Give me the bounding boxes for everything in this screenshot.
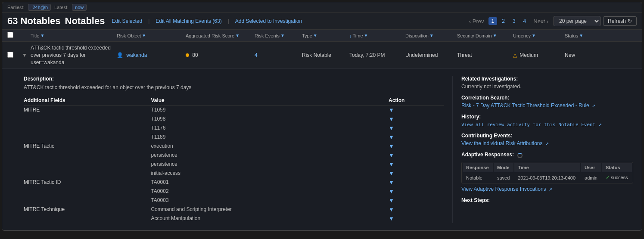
time-sort-icon: ▼ — [364, 33, 368, 38]
edit-all-link[interactable]: Edit All Matching Events (63) — [156, 18, 221, 24]
col-header-status[interactable]: Status ▼ — [565, 33, 599, 38]
page-1-button[interactable]: 1 — [488, 17, 498, 25]
action-dropdown[interactable]: ▼ — [389, 107, 394, 113]
row-urgency: △ Medium — [513, 52, 565, 58]
action-dropdown[interactable]: ▼ — [389, 125, 394, 131]
row-expand-cell[interactable]: ▼ — [19, 52, 31, 58]
ar-time: 2021-09-03T19:20:13-0400 — [514, 173, 580, 182]
correlation-search-section: Correlation Search: Risk - 7 Day ATT&CK … — [461, 95, 633, 109]
latest-value[interactable]: now — [72, 4, 87, 11]
col-header-agg-risk[interactable]: Aggregated Risk Score ▼ — [186, 33, 255, 38]
action-dropdown[interactable]: ▼ — [389, 206, 394, 213]
invocations-ext-icon: ➚ — [549, 187, 552, 192]
pagination: ‹ Prev 1 2 3 4 Next › — [467, 17, 551, 25]
col-header-time[interactable]: ↓ Time ▼ — [349, 33, 405, 38]
action-dropdown[interactable]: ▼ — [389, 143, 394, 149]
ar-status-header: Status — [602, 163, 632, 172]
col-header-urgency[interactable]: Urgency ▼ — [513, 33, 565, 38]
add-investigation-link[interactable]: Add Selected to Investigation — [235, 18, 302, 24]
col-header-type[interactable]: Type ▼ — [302, 33, 349, 38]
next-button[interactable]: Next › — [531, 17, 551, 25]
field-name: MITRE Tactic — [24, 142, 151, 178]
earliest-label: Earliest: — [7, 5, 25, 10]
select-all-cell[interactable] — [2, 32, 19, 39]
latest-label: Latest: — [54, 5, 68, 10]
action-dropdown[interactable]: ▼ — [389, 134, 394, 140]
field-value: TA0003 — [151, 196, 389, 205]
ar-status: ✓success — [602, 173, 632, 182]
field-value: TA0001 — [151, 178, 389, 187]
field-value: TA0002 — [151, 187, 389, 196]
col-header-security-domain[interactable]: Security Domain ▼ — [457, 33, 513, 38]
table-header: Title ▼ Risk Object ▼ Aggregated Risk Sc… — [2, 30, 642, 42]
prev-button[interactable]: ‹ Prev — [467, 17, 487, 25]
additional-fields-table: Additional Fields Value Action MITRET105… — [24, 96, 444, 223]
adaptive-responses-table: Response Mode Time User Status Notable s… — [461, 162, 633, 183]
page-3-button[interactable]: 3 — [510, 17, 519, 25]
earliest-value[interactable]: -24h@h — [28, 4, 51, 11]
adaptive-responses-spinner — [517, 153, 523, 158]
contributing-events-link[interactable]: View the individual Risk Attributions — [461, 140, 543, 146]
page-4-button[interactable]: 4 — [520, 17, 529, 25]
row-time: Today, 7:20 PM — [349, 52, 405, 58]
view-invocations-link[interactable]: View Adaptive Response Invocations — [461, 186, 546, 192]
history-link[interactable]: View all review activity for this Notabl… — [461, 122, 595, 127]
per-page-select[interactable]: 20 per page 50 per page 100 per page — [554, 16, 600, 26]
detail-left: Description: ATT&CK tactic threshold exc… — [24, 76, 444, 223]
action-dropdown[interactable]: ▼ — [389, 215, 394, 222]
field-value: Command and Scripting Interpreter — [151, 205, 389, 214]
related-investigations-label: Related Investigations: — [461, 76, 633, 82]
action-dropdown[interactable]: ▼ — [389, 179, 394, 186]
time-down-arrow: ↓ — [349, 33, 352, 38]
action-dropdown[interactable]: ▼ — [389, 152, 394, 158]
col-header-disposition[interactable]: Disposition ▼ — [405, 33, 457, 38]
field-value: T1176 — [151, 124, 389, 133]
correlation-search-link[interactable]: Risk - 7 Day ATT&CK Tactic Threshold Exc… — [461, 102, 589, 109]
edit-selected-link[interactable]: Edit Selected — [112, 18, 142, 24]
risk-events-value[interactable]: 4 — [255, 52, 258, 58]
page-2-button[interactable]: 2 — [499, 17, 508, 25]
contributing-events-section: Contributing Events: View the individual… — [461, 133, 633, 146]
field-value: T1098 — [151, 115, 389, 124]
action-dropdown[interactable]: ▼ — [389, 161, 394, 168]
refresh-button[interactable]: Refresh ↻ — [603, 16, 637, 26]
row-risk-object: 👤 wakanda — [117, 52, 186, 58]
disposition-sort-icon: ▼ — [429, 33, 434, 38]
header-row: 63 Notables Notables Edit Selected | Edi… — [2, 13, 642, 30]
field-name: MITRE — [24, 106, 151, 142]
col-header-title[interactable]: Title ▼ — [31, 33, 117, 38]
notables-title: Notables — [21, 16, 61, 26]
col-header-risk-events[interactable]: Risk Events ▼ — [255, 33, 302, 38]
risk-dot — [186, 53, 189, 57]
next-steps-label: Next Steps: — [461, 197, 633, 203]
top-bar: Earliest: -24h@h Latest: now — [2, 2, 642, 13]
field-value: persistence — [151, 160, 389, 169]
ar-time-header: Time — [514, 163, 580, 172]
ar-mode-header: Mode — [494, 163, 513, 172]
select-all-checkbox[interactable] — [7, 32, 13, 38]
ar-mode: saved — [494, 173, 513, 182]
urgency-sort-icon: ▼ — [532, 33, 536, 38]
row-check-cell[interactable] — [2, 52, 19, 59]
ar-row: Notable saved 2021-09-03T19:20:13-0400 a… — [463, 173, 632, 182]
action-dropdown[interactable]: ▼ — [389, 116, 394, 122]
action-dropdown[interactable]: ▼ — [389, 197, 394, 204]
risk-object-sort-icon: ▼ — [142, 33, 146, 38]
header-right: ‹ Prev 1 2 3 4 Next › 20 per page 50 per… — [467, 16, 637, 26]
urgency-value: Medium — [520, 52, 538, 58]
warning-icon: △ — [513, 52, 517, 58]
contributing-ext-icon: ➚ — [545, 141, 549, 146]
row-checkbox[interactable] — [7, 52, 13, 58]
refresh-label: Refresh — [608, 18, 626, 24]
header-left: 63 Notables Notables Edit Selected | Edi… — [7, 16, 302, 27]
external-link-icon: ➚ — [592, 103, 595, 108]
field-value: execution — [151, 142, 389, 151]
action-dropdown[interactable]: ▼ — [389, 188, 394, 195]
description-value: ATT&CK tactic threshold exceeded for an … — [24, 84, 444, 90]
col-header-risk-object[interactable]: Risk Object ▼ — [117, 33, 186, 38]
risk-object-value[interactable]: wakanda — [126, 52, 147, 58]
notables-count: 63 Notables — [7, 16, 61, 27]
action-dropdown[interactable]: ▼ — [389, 170, 394, 177]
table-row: ▼ ATT&CK tactic threshold exceeded over … — [2, 42, 642, 230]
field-value: T1189 — [151, 133, 389, 142]
